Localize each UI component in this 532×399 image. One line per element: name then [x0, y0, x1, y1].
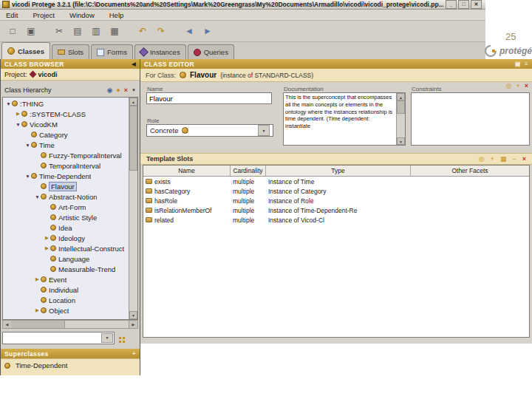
expander-icon[interactable]: [24, 143, 31, 148]
expander-icon[interactable]: [44, 235, 50, 241]
table-row[interactable]: exists multiple Instance of Time: [143, 177, 529, 186]
delete-class-icon[interactable]: ×: [124, 87, 128, 94]
forward-icon[interactable]: ►: [200, 24, 215, 38]
expander-icon[interactable]: [15, 122, 21, 127]
scrollbar-thumb[interactable]: [129, 106, 137, 171]
tree-item[interactable]: Measurable-Trend: [3, 264, 129, 274]
expander-icon[interactable]: [34, 194, 41, 200]
view-constraint-icon[interactable]: ◎: [506, 83, 512, 89]
tab-forms[interactable]: Forms: [91, 44, 133, 59]
menu-item-project[interactable]: Project: [33, 11, 55, 19]
expander-icon[interactable]: [34, 307, 41, 313]
tree-item[interactable]: Event: [3, 274, 129, 284]
expander-icon[interactable]: [34, 276, 41, 282]
menu-item-help[interactable]: Help: [109, 11, 124, 19]
classes-tab-icon: [7, 47, 15, 55]
back-icon[interactable]: ◄: [182, 24, 197, 38]
detach-editor-icon[interactable]: ▣: [515, 61, 521, 67]
tab-instances[interactable]: Instances: [134, 44, 186, 59]
scroll-up-icon[interactable]: ▲: [397, 93, 405, 100]
view-slot-icon[interactable]: ◎: [479, 156, 485, 163]
tree-item[interactable]: VicodKM: [3, 119, 129, 129]
table-row[interactable]: related multiple Instance of Vicod-Cl: [143, 215, 529, 225]
class-icon: [50, 225, 56, 231]
create-class-icon[interactable]: ●: [116, 87, 120, 94]
protege-logo-swirl-icon: [483, 44, 498, 58]
class-browser-panel: CLASS BROWSER ◀ Project: vicodi Class Hi…: [0, 59, 140, 375]
relationship-select[interactable]: ▼: [2, 332, 115, 344]
minimize-button[interactable]: _: [446, 0, 457, 9]
tree-item[interactable]: Individual: [3, 284, 129, 295]
tree-item[interactable]: Idea: [3, 222, 129, 233]
new-project-icon[interactable]: □: [5, 24, 20, 38]
superclass-item[interactable]: Time-Dependent: [4, 361, 136, 369]
create-slot-icon[interactable]: +: [491, 156, 494, 163]
chevron-down-icon[interactable]: ▼: [258, 125, 270, 136]
tree-horizontal-scrollbar[interactable]: ◀ ▶: [2, 320, 138, 329]
class-icon: [41, 183, 47, 189]
tree-item[interactable]: Language: [3, 253, 129, 264]
class-name-input[interactable]: [146, 92, 272, 104]
tree-item[interactable]: Location: [3, 295, 129, 305]
redo-icon[interactable]: ↷: [154, 24, 168, 38]
tree-item[interactable]: TemporalInterval: [3, 160, 129, 171]
scroll-down-icon[interactable]: ▼: [129, 311, 137, 319]
copy-icon[interactable]: ▤: [70, 24, 85, 38]
close-button[interactable]: ✕: [471, 0, 482, 9]
tree-item-selected[interactable]: Flavour: [3, 181, 129, 191]
constraints-field[interactable]: [411, 92, 530, 146]
tree-item[interactable]: :THING: [3, 98, 129, 109]
expander-icon[interactable]: [44, 245, 50, 251]
tree-item[interactable]: Ideology: [3, 233, 129, 243]
tree-item[interactable]: Category: [3, 129, 129, 140]
scroll-up-icon[interactable]: ▲: [129, 98, 137, 106]
table-row[interactable]: isRelationMemberOf multiple Instance of …: [143, 205, 529, 215]
expander-icon[interactable]: [24, 174, 31, 179]
splitter-collapse-icon[interactable]: ◀: [132, 61, 136, 67]
editor-menu-icon[interactable]: ≡: [525, 61, 528, 67]
tree-vertical-scrollbar[interactable]: ▲ ▼: [129, 98, 137, 319]
tree-item[interactable]: Object: [3, 305, 129, 316]
tree-item[interactable]: Time-Dependent: [3, 171, 129, 181]
tree-item[interactable]: Art-Form: [3, 202, 129, 212]
scrollbar-thumb[interactable]: [397, 100, 405, 114]
table-row[interactable]: hasRole multiple Instance of Role: [143, 196, 529, 205]
expander-icon[interactable]: [5, 101, 12, 106]
paste-icon[interactable]: ▥: [89, 24, 103, 38]
documentation-scrollbar[interactable]: ▲ ▼: [396, 93, 405, 145]
documentation-field[interactable]: This is the superconcept that encompasse…: [283, 92, 406, 146]
delete-slot-icon[interactable]: ×: [522, 156, 526, 163]
menu-item-edit[interactable]: Edit: [6, 11, 18, 19]
create-constraint-icon[interactable]: +: [516, 83, 519, 89]
widget-icon[interactable]: [119, 337, 121, 339]
tree-item[interactable]: Intellectual-Construct: [3, 243, 129, 253]
role-select[interactable]: Concrete ▼: [146, 124, 273, 137]
undo-icon[interactable]: ↶: [135, 24, 150, 38]
chevron-down-icon[interactable]: ▼: [101, 333, 113, 343]
delete-constraint-icon[interactable]: ×: [525, 83, 528, 89]
save-project-icon[interactable]: ▣: [24, 24, 38, 38]
menu-item-window[interactable]: Window: [69, 11, 95, 19]
tree-item[interactable]: Abstract-Notion: [3, 191, 129, 202]
cut-icon[interactable]: ✂: [52, 24, 66, 38]
hierarchy-menu-icon[interactable]: ▼: [132, 88, 136, 92]
remove-slot-icon[interactable]: −: [512, 156, 516, 163]
tree-item[interactable]: Time: [3, 140, 129, 150]
scroll-down-icon[interactable]: ▼: [397, 137, 405, 145]
view-class-icon[interactable]: ◉: [106, 87, 112, 94]
expander-icon[interactable]: [15, 111, 21, 117]
attach-slot-icon[interactable]: ▦: [500, 156, 507, 163]
tab-slots[interactable]: Slots: [52, 44, 89, 59]
tree-item[interactable]: :SYSTEM-CLASS: [3, 109, 129, 119]
add-superclass-icon[interactable]: +: [132, 350, 136, 357]
tree-item[interactable]: Artistic Style: [3, 212, 129, 222]
window-titlebar[interactable]: vicodi Protege 3.2.1 (file:\C:\Documents…: [0, 0, 485, 10]
tab-classes[interactable]: Classes: [1, 42, 50, 59]
scrollbar-thumb[interactable]: [11, 321, 65, 328]
scroll-right-icon[interactable]: ▶: [129, 321, 137, 328]
tree-item[interactable]: Fuzzy-TemporalInterval: [3, 150, 129, 160]
archive-icon[interactable]: ▦: [107, 24, 122, 38]
maximize-button[interactable]: □: [458, 0, 469, 9]
table-row[interactable]: hasCategory multiple Instance of Categor…: [143, 186, 529, 196]
tab-queries[interactable]: Queries: [188, 44, 234, 59]
